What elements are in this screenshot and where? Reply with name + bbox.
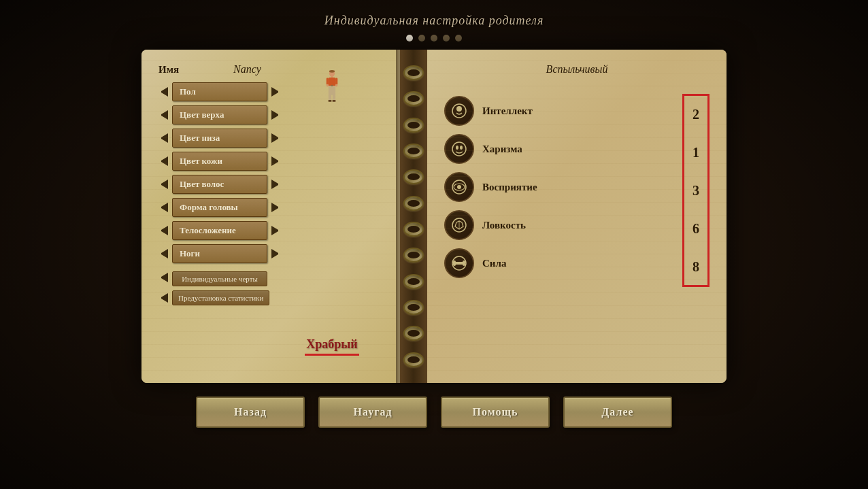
arrow-left-pol[interactable] bbox=[158, 87, 168, 97]
svg-rect-27 bbox=[463, 260, 465, 266]
hair-button[interactable]: Цвет волос bbox=[172, 175, 267, 194]
arrow-left-skin[interactable] bbox=[158, 156, 168, 166]
ring-8 bbox=[403, 248, 424, 263]
random-button[interactable]: Наугад bbox=[318, 397, 427, 428]
book: Имя Nancy Пол Цвет верха Цвет низа bbox=[141, 50, 727, 383]
dot-1[interactable] bbox=[406, 35, 413, 41]
back-button[interactable]: Назад bbox=[196, 397, 305, 428]
strength-icon bbox=[444, 248, 474, 278]
pol-button[interactable]: Пол bbox=[172, 82, 267, 101]
name-value: Nancy bbox=[233, 63, 261, 75]
svg-rect-26 bbox=[453, 260, 456, 266]
next-button[interactable]: Далее bbox=[563, 397, 672, 428]
perception-icon bbox=[444, 172, 474, 202]
dexterity-icon bbox=[444, 210, 474, 240]
character-figure bbox=[288, 70, 376, 106]
book-spine bbox=[400, 50, 427, 383]
charisma-icon bbox=[444, 134, 474, 164]
dot-4[interactable] bbox=[443, 35, 450, 41]
ring-4 bbox=[403, 144, 424, 158]
dot-2[interactable] bbox=[418, 35, 425, 41]
dexterity-label: Ловкость bbox=[482, 220, 550, 231]
arrow-left-traits[interactable] bbox=[158, 273, 168, 282]
arrow-left-preset[interactable] bbox=[158, 293, 168, 303]
svg-point-16 bbox=[452, 142, 466, 156]
character-trait-badge: Храбрый bbox=[305, 337, 359, 356]
strength-label: Сила bbox=[482, 258, 550, 269]
svg-rect-4 bbox=[327, 78, 329, 85]
svg-point-5 bbox=[327, 84, 329, 87]
perception-label: Восприятие bbox=[482, 182, 550, 193]
ring-1 bbox=[403, 65, 424, 80]
ring-7 bbox=[403, 222, 424, 237]
svg-rect-8 bbox=[329, 86, 335, 95]
svg-point-1 bbox=[329, 70, 335, 73]
stat-row-intellect: Интеллект bbox=[444, 96, 710, 126]
stats-list: Интеллект Харизма bbox=[444, 96, 710, 278]
intellect-label: Интеллект bbox=[482, 105, 550, 117]
arrow-left-color-bottom[interactable] bbox=[158, 133, 168, 143]
color-top-button[interactable]: Цвет верха bbox=[172, 105, 267, 124]
skin-button[interactable]: Цвет кожи bbox=[172, 152, 267, 171]
svg-point-12 bbox=[332, 100, 336, 102]
bottom-buttons: Назад Наугад Помощь Далее bbox=[196, 397, 672, 428]
traits-button[interactable]: Индивидуальные черты bbox=[172, 271, 267, 286]
svg-rect-2 bbox=[331, 76, 333, 78]
stat-row-strength: Сила bbox=[444, 248, 710, 278]
strength-value: 8 bbox=[692, 252, 699, 282]
arrow-left-hair[interactable] bbox=[158, 180, 168, 189]
dexterity-value: 6 bbox=[692, 214, 699, 243]
svg-rect-10 bbox=[333, 95, 335, 101]
svg-rect-25 bbox=[454, 262, 464, 265]
preset-button[interactable]: Предустановка статистики bbox=[172, 290, 269, 305]
stat-row-dexterity: Ловкость bbox=[444, 210, 710, 240]
help-button[interactable]: Помощь bbox=[441, 397, 550, 428]
arrow-left-color-top[interactable] bbox=[158, 110, 168, 120]
stat-row-charisma: Харизма bbox=[444, 134, 710, 164]
personality-label: Вспыльчивый bbox=[444, 63, 710, 75]
svg-rect-6 bbox=[335, 78, 337, 85]
build-button[interactable]: Телосложение bbox=[172, 221, 267, 240]
intellect-value: 2 bbox=[692, 99, 699, 129]
charisma-value: 1 bbox=[692, 137, 699, 167]
dot-3[interactable] bbox=[431, 35, 437, 41]
svg-point-7 bbox=[335, 84, 337, 87]
svg-point-18 bbox=[460, 146, 463, 150]
ring-11 bbox=[403, 326, 424, 341]
page-title: Индивидуальная настройка родителя bbox=[324, 14, 544, 28]
intellect-icon bbox=[444, 96, 474, 126]
svg-point-17 bbox=[456, 146, 458, 150]
arrow-left-build[interactable] bbox=[158, 226, 168, 235]
legs-button[interactable]: Ноги bbox=[172, 244, 267, 263]
ring-6 bbox=[403, 196, 424, 211]
right-page: Вспыльчивый Интеллект bbox=[427, 50, 727, 383]
perception-value: 3 bbox=[692, 175, 699, 205]
character-area: Храбрый bbox=[278, 70, 386, 356]
name-label: Имя bbox=[158, 64, 220, 75]
ring-5 bbox=[403, 169, 424, 184]
arrow-left-head-shape[interactable] bbox=[158, 203, 168, 212]
svg-point-15 bbox=[456, 106, 462, 112]
page-header: Индивидуальная настройка родителя bbox=[0, 0, 868, 50]
ring-2 bbox=[403, 91, 424, 106]
color-bottom-button[interactable]: Цвет низа bbox=[172, 129, 267, 148]
charisma-label: Харизма bbox=[482, 144, 550, 155]
trait-underline bbox=[305, 354, 359, 356]
ring-12 bbox=[403, 352, 424, 367]
ring-9 bbox=[403, 274, 424, 289]
svg-rect-3 bbox=[329, 78, 335, 86]
page-dots bbox=[406, 35, 462, 41]
left-page: Имя Nancy Пол Цвет верха Цвет низа bbox=[141, 50, 400, 383]
head-shape-button[interactable]: Форма головы bbox=[172, 198, 267, 217]
arrow-left-legs[interactable] bbox=[158, 249, 168, 258]
svg-rect-13 bbox=[331, 85, 333, 86]
character-trait-label: Храбрый bbox=[305, 337, 359, 352]
stat-row-perception: Восприятие bbox=[444, 172, 710, 202]
svg-point-21 bbox=[457, 185, 461, 189]
dot-5[interactable] bbox=[455, 35, 462, 41]
stats-values-column: 2 1 3 6 8 bbox=[682, 94, 710, 287]
ring-3 bbox=[403, 118, 424, 133]
svg-point-11 bbox=[328, 100, 332, 102]
ring-10 bbox=[403, 300, 424, 315]
svg-rect-9 bbox=[329, 95, 331, 101]
